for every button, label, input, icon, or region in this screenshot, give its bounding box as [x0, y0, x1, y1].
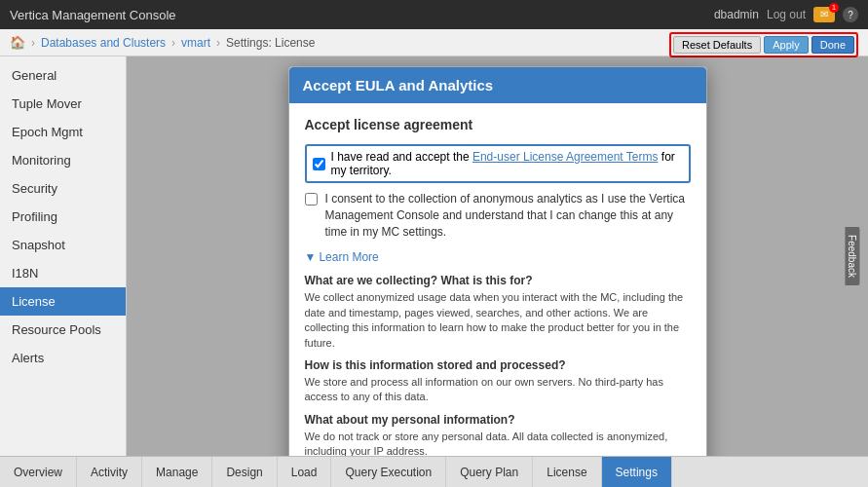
app-title: Vertica Management Console	[10, 8, 176, 22]
tab-license[interactable]: License	[533, 457, 601, 487]
analytics-checkbox-row: I consent to the collection of anonymous…	[305, 191, 691, 240]
tab-query-plan[interactable]: Query Plan	[446, 457, 533, 487]
sidebar: General Tuple Mover Epoch Mgmt Monitorin…	[0, 56, 127, 456]
eula-link[interactable]: End-user License Agreement Terms	[472, 150, 659, 164]
analytics-label: I consent to the collection of anonymous…	[325, 191, 691, 240]
sidebar-item-license[interactable]: License	[0, 287, 126, 316]
tab-query-execution[interactable]: Query Execution	[331, 457, 446, 487]
sidebar-item-alerts[interactable]: Alerts	[0, 344, 126, 372]
faq2-answer: We store and process all information on …	[305, 375, 691, 405]
eula-modal: Accept EULA and Analytics Accept license…	[288, 66, 707, 456]
eula-checkbox[interactable]	[313, 158, 325, 170]
sidebar-item-security[interactable]: Security	[0, 174, 126, 203]
faq1: What are we collecting? What is this for…	[305, 274, 691, 351]
faq3-question: What about my personal information?	[305, 413, 691, 427]
action-buttons: Reset Defaults Apply Done	[669, 32, 858, 57]
sidebar-item-i18n[interactable]: I18N	[0, 259, 126, 287]
breadcrumb-home[interactable]: 🏠	[10, 35, 25, 50]
modal-section-title: Accept license agreement	[305, 117, 691, 132]
faq1-question: What are we collecting? What is this for…	[305, 274, 691, 287]
breadcrumb-sep1: ›	[31, 36, 35, 50]
reset-defaults-button[interactable]: Reset Defaults	[673, 36, 761, 54]
tab-overview[interactable]: Overview	[0, 457, 77, 487]
user-name: dbadmin	[714, 8, 759, 21]
tab-design[interactable]: Design	[212, 457, 277, 487]
breadcrumb-databases[interactable]: Databases and Clusters	[41, 36, 166, 50]
faq1-answer: We collect anonymized usage data when yo…	[305, 290, 691, 351]
done-button[interactable]: Done	[811, 36, 854, 54]
modal-overlay: Accept EULA and Analytics Accept license…	[127, 56, 868, 456]
eula-checkbox-row: I have read and accept the End-user Lice…	[305, 144, 691, 183]
modal-header: Accept EULA and Analytics	[289, 67, 706, 103]
sidebar-item-profiling[interactable]: Profiling	[0, 203, 126, 231]
mail-badge: 1	[829, 3, 839, 13]
eula-label: I have read and accept the End-user Lice…	[331, 150, 683, 177]
sidebar-item-monitoring[interactable]: Monitoring	[0, 146, 126, 174]
breadcrumb: 🏠 › Databases and Clusters › vmart › Set…	[0, 29, 868, 56]
sidebar-item-general[interactable]: General	[0, 61, 126, 90]
tab-settings[interactable]: Settings	[602, 457, 672, 487]
header-right: dbadmin Log out ✉ 1 ?	[714, 7, 858, 22]
tab-activity[interactable]: Activity	[77, 457, 142, 487]
feedback-tab[interactable]: Feedback	[846, 227, 860, 285]
logout-link[interactable]: Log out	[767, 8, 806, 21]
sidebar-item-snapshot[interactable]: Snapshot	[0, 231, 126, 259]
help-icon[interactable]: ?	[843, 7, 858, 22]
sidebar-item-epoch-mgmt[interactable]: Epoch Mgmt	[0, 118, 126, 146]
analytics-checkbox[interactable]	[305, 193, 318, 206]
apply-button[interactable]: Apply	[764, 36, 809, 54]
tab-load[interactable]: Load	[278, 457, 332, 487]
breadcrumb-sep2: ›	[171, 36, 175, 50]
sidebar-item-tuple-mover[interactable]: Tuple Mover	[0, 90, 126, 118]
mail-icon[interactable]: ✉ 1	[813, 7, 835, 22]
breadcrumb-settings: Settings: License	[226, 36, 315, 50]
app-header: Vertica Management Console dbadmin Log o…	[0, 0, 868, 29]
content-area: Accept EULA and Analytics Accept license…	[127, 56, 868, 456]
bottom-tabs: Overview Activity Manage Design Load Que…	[0, 456, 868, 487]
breadcrumb-sep3: ›	[216, 36, 220, 50]
chevron-down-icon: ▼	[305, 250, 317, 264]
modal-body: Accept license agreement I have read and…	[289, 103, 706, 456]
faq2: How is this information stored and proce…	[305, 358, 691, 405]
main-area: General Tuple Mover Epoch Mgmt Monitorin…	[0, 56, 868, 456]
tab-manage[interactable]: Manage	[142, 457, 212, 487]
learn-more-link[interactable]: ▼ Learn More	[305, 250, 379, 264]
faq2-question: How is this information stored and proce…	[305, 358, 691, 372]
breadcrumb-vmart[interactable]: vmart	[181, 36, 210, 50]
sidebar-item-resource-pools[interactable]: Resource Pools	[0, 316, 126, 344]
faq3-answer: We do not track or store any personal da…	[305, 430, 691, 456]
faq3: What about my personal information? We d…	[305, 413, 691, 456]
